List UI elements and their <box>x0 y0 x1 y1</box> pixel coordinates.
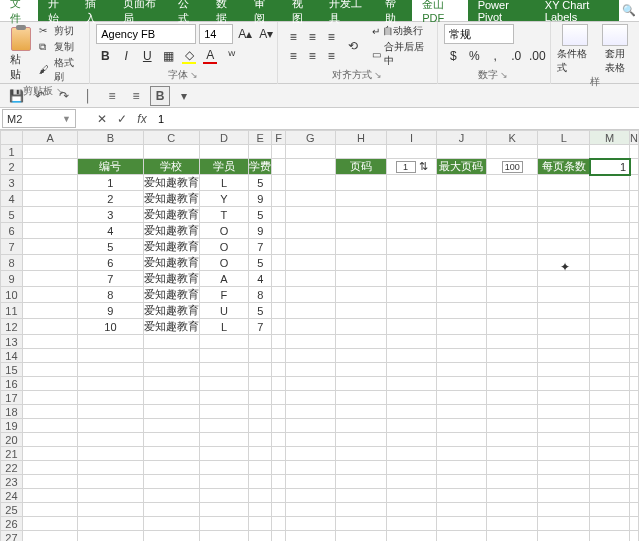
undo-icon[interactable]: ↶ <box>30 86 50 106</box>
cell[interactable] <box>22 349 77 363</box>
comma-button[interactable]: , <box>486 47 504 65</box>
cell[interactable] <box>272 489 286 503</box>
cell[interactable] <box>486 405 538 419</box>
tab-file[interactable]: 文件 <box>0 0 38 21</box>
cell[interactable] <box>630 461 639 475</box>
font-color-button[interactable]: A <box>201 47 219 65</box>
cell[interactable] <box>22 363 77 377</box>
cell[interactable] <box>538 461 590 475</box>
tab-dev[interactable]: 开发工具 <box>319 0 374 21</box>
cell[interactable] <box>538 287 590 303</box>
align-center-icon[interactable]: ≡ <box>303 47 321 65</box>
cell[interactable] <box>590 175 630 191</box>
cell[interactable] <box>630 239 639 255</box>
cell[interactable] <box>272 319 286 335</box>
underline-button[interactable]: U <box>138 47 156 65</box>
row-header[interactable]: 12 <box>1 319 23 335</box>
cell[interactable] <box>143 503 199 517</box>
cell[interactable] <box>272 239 286 255</box>
cell[interactable] <box>590 191 630 207</box>
cell[interactable]: 2 <box>78 191 143 207</box>
cell[interactable]: 5 <box>249 303 272 319</box>
cell[interactable]: 每页条数 <box>538 159 590 175</box>
cell[interactable] <box>199 335 249 349</box>
cell[interactable] <box>630 191 639 207</box>
cell[interactable] <box>272 363 286 377</box>
column-header[interactable]: H <box>335 131 387 145</box>
cell[interactable] <box>486 461 538 475</box>
cell[interactable] <box>335 271 387 287</box>
cell[interactable] <box>590 489 630 503</box>
cell[interactable] <box>538 175 590 191</box>
align-middle-icon[interactable]: ≡ <box>303 28 321 46</box>
cell[interactable] <box>272 287 286 303</box>
cell[interactable] <box>249 363 272 377</box>
cell[interactable] <box>630 475 639 489</box>
cell[interactable] <box>436 303 486 319</box>
row-header[interactable]: 22 <box>1 461 23 475</box>
cell[interactable] <box>272 405 286 419</box>
cell[interactable] <box>22 255 77 271</box>
row-header[interactable]: 6 <box>1 223 23 239</box>
cell[interactable] <box>335 303 387 319</box>
cell[interactable] <box>387 405 437 419</box>
cell[interactable] <box>630 255 639 271</box>
column-header[interactable]: D <box>199 131 249 145</box>
cell[interactable] <box>22 419 77 433</box>
currency-button[interactable]: $ <box>444 47 462 65</box>
column-header[interactable]: F <box>272 131 286 145</box>
cell[interactable] <box>486 391 538 405</box>
cell[interactable]: 爱知趣教育 <box>143 255 199 271</box>
cell[interactable] <box>335 145 387 159</box>
cell[interactable] <box>436 191 486 207</box>
cell[interactable] <box>630 271 639 287</box>
cell[interactable] <box>387 145 437 159</box>
cell[interactable] <box>436 447 486 461</box>
cell[interactable]: 爱知趣教育 <box>143 287 199 303</box>
cell[interactable]: 3 <box>78 207 143 223</box>
row-header[interactable]: 1 <box>1 145 23 159</box>
cell[interactable] <box>272 223 286 239</box>
border-button[interactable]: ▦ <box>159 47 177 65</box>
tab-insert[interactable]: 插入 <box>75 0 113 21</box>
cell[interactable] <box>78 391 143 405</box>
cell[interactable] <box>387 517 437 531</box>
cell[interactable] <box>272 503 286 517</box>
decrease-font-icon[interactable]: A▾ <box>257 25 275 43</box>
cell[interactable] <box>249 489 272 503</box>
cell[interactable] <box>22 461 77 475</box>
cell[interactable]: 7 <box>78 271 143 287</box>
cell[interactable] <box>387 271 437 287</box>
cell[interactable] <box>249 377 272 391</box>
cell[interactable] <box>486 503 538 517</box>
cell[interactable]: 爱知趣教育 <box>143 207 199 223</box>
column-header[interactable]: G <box>286 131 335 145</box>
cell[interactable] <box>387 319 437 335</box>
cell[interactable] <box>630 175 639 191</box>
formula-input[interactable] <box>152 108 639 129</box>
cell[interactable] <box>436 175 486 191</box>
cell[interactable]: Y <box>199 191 249 207</box>
increase-decimal-icon[interactable]: .0 <box>507 47 525 65</box>
cell[interactable] <box>335 319 387 335</box>
percent-button[interactable]: % <box>465 47 483 65</box>
tab-jinshan[interactable]: 金山PDF <box>412 0 467 21</box>
paste-button[interactable]: 粘贴 <box>6 25 35 84</box>
cell[interactable]: 学费 <box>249 159 272 175</box>
wrap-text-button[interactable]: ↵自动换行 <box>372 24 432 38</box>
cell[interactable] <box>630 447 639 461</box>
increase-font-icon[interactable]: A▴ <box>236 25 254 43</box>
spinner-arrows-icon[interactable]: ⇅ <box>416 160 428 172</box>
cell[interactable] <box>436 461 486 475</box>
cell[interactable] <box>78 531 143 542</box>
cell[interactable] <box>436 433 486 447</box>
row-header[interactable]: 3 <box>1 175 23 191</box>
cell[interactable] <box>335 531 387 542</box>
cell[interactable] <box>286 531 335 542</box>
cell[interactable] <box>22 405 77 419</box>
cell[interactable] <box>590 349 630 363</box>
cell[interactable] <box>199 363 249 377</box>
cell[interactable] <box>436 223 486 239</box>
row-header[interactable]: 8 <box>1 255 23 271</box>
cell[interactable]: 9 <box>249 223 272 239</box>
